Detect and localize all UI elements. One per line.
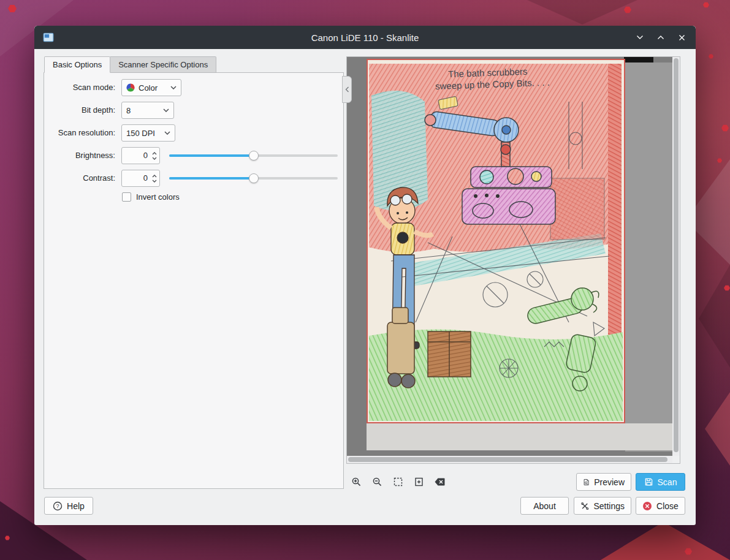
- tab-scanner-specific-options-label: Scanner Specific Options: [118, 60, 208, 69]
- preview-horizontal-scrollbar[interactable]: [347, 456, 672, 463]
- slider-handle[interactable]: [249, 151, 259, 161]
- tab-scanner-specific-options[interactable]: Scanner Specific Options: [110, 56, 216, 73]
- contrast-spin-arrows[interactable]: [150, 170, 159, 186]
- color-wheel-icon: [126, 83, 135, 92]
- clear-selections-button[interactable]: [432, 474, 447, 490]
- window-controls: [634, 26, 687, 49]
- tab-basic-options-label: Basic Options: [53, 60, 102, 69]
- clear-selections-icon: [434, 477, 446, 486]
- zoom-out-icon: [372, 477, 382, 487]
- scan-button[interactable]: Scan: [636, 473, 685, 491]
- scrollbar-corner: [672, 456, 680, 463]
- scanner-bed-bottom: [367, 423, 672, 450]
- help-button-label: Help: [67, 501, 85, 511]
- scanner-bed-edge: [624, 57, 653, 62]
- scan-resolution-value: 150 DPI: [126, 129, 161, 138]
- settings-button[interactable]: Settings: [574, 497, 631, 515]
- help-icon: ?: [53, 501, 63, 511]
- chevron-down-icon: [170, 86, 177, 89]
- scrollbar-thumb[interactable]: [348, 457, 667, 462]
- contrast-row: Contrast: 0: [44, 170, 343, 187]
- brightness-spin-arrows[interactable]: [150, 148, 159, 164]
- scanner-bed-right: [625, 62, 672, 452]
- invert-colors-label: Invert colors: [136, 191, 180, 203]
- close-window-button[interactable]: [676, 32, 687, 43]
- slider-fill: [169, 177, 254, 180]
- preview-toolbar: [348, 474, 447, 490]
- contrast-slider[interactable]: [169, 170, 338, 187]
- chevron-down-icon: [164, 131, 170, 135]
- scan-resolution-label: Scan resolution:: [44, 124, 115, 142]
- skanlite-window: Canon LiDE 110 - Skanlite Bas: [34, 26, 696, 525]
- preview-button[interactable]: Preview: [576, 473, 631, 491]
- preview-button-label: Preview: [594, 477, 625, 487]
- scrollbar-thumb[interactable]: [674, 58, 679, 452]
- bit-depth-label: Bit depth:: [44, 102, 115, 119]
- contrast-value: 0: [122, 170, 150, 186]
- zoom-in-button[interactable]: [348, 474, 364, 490]
- close-circle-icon: [642, 501, 652, 511]
- chevron-down-icon: [163, 108, 169, 112]
- brightness-value: 0: [122, 148, 150, 164]
- scan-mode-value: Color: [139, 83, 167, 93]
- brightness-spinbox[interactable]: 0: [121, 147, 160, 164]
- scanned-image[interactable]: The bath scrubbers sweep up the Copy Bit…: [367, 59, 625, 423]
- spin-up-icon: [152, 152, 157, 155]
- invert-colors-checkbox[interactable]: [122, 192, 131, 202]
- bit-depth-value: 8: [126, 106, 159, 115]
- about-button[interactable]: About: [520, 497, 569, 515]
- maximize-button[interactable]: [655, 32, 666, 43]
- settings-button-label: Settings: [593, 501, 625, 511]
- zoom-fit-icon: [414, 477, 424, 487]
- preview-frame: The bath scrubbers sweep up the Copy Bit…: [346, 56, 680, 464]
- splitter-collapse-handle[interactable]: [342, 76, 352, 103]
- contrast-spinbox[interactable]: 0: [121, 170, 160, 187]
- preview-canvas[interactable]: The bath scrubbers sweep up the Copy Bit…: [347, 57, 672, 456]
- settings-icon: [580, 501, 589, 511]
- chevron-down-icon: [636, 35, 644, 40]
- tab-bar: Basic Options Scanner Specific Options: [44, 56, 216, 73]
- tab-basic-options[interactable]: Basic Options: [44, 56, 110, 73]
- contrast-label: Contrast:: [44, 170, 115, 187]
- brightness-slider[interactable]: [169, 147, 338, 164]
- window-title: Canon LiDE 110 - Skanlite: [34, 32, 696, 43]
- scan-mode-label: Scan mode:: [44, 79, 115, 96]
- scan-resolution-row: Scan resolution: 150 DPI: [44, 124, 343, 142]
- document-preview-icon: [583, 477, 590, 487]
- scan-resolution-select[interactable]: 150 DPI: [121, 124, 175, 142]
- chevron-up-icon: [657, 35, 664, 40]
- scan-mode-select[interactable]: Color: [121, 79, 181, 96]
- close-icon: [679, 34, 685, 41]
- about-button-label: About: [533, 501, 556, 511]
- preview-vertical-scrollbar[interactable]: [672, 57, 680, 456]
- invert-colors-row: Invert colors: [44, 191, 343, 203]
- desktop: Canon LiDE 110 - Skanlite Bas: [0, 0, 730, 560]
- close-button[interactable]: Close: [636, 497, 685, 515]
- zoom-to-selection-button[interactable]: [390, 474, 406, 490]
- chevron-left-icon: [345, 86, 349, 93]
- zoom-in-icon: [351, 477, 362, 487]
- titlebar[interactable]: Canon LiDE 110 - Skanlite: [34, 26, 696, 49]
- spin-down-icon: [152, 180, 157, 183]
- spin-down-icon: [152, 157, 157, 160]
- minimize-button[interactable]: [634, 32, 645, 43]
- brightness-label: Brightness:: [44, 147, 115, 164]
- slider-fill: [169, 154, 254, 157]
- bit-depth-row: Bit depth: 8: [44, 102, 343, 119]
- scan-mode-row: Scan mode: Color: [44, 79, 343, 96]
- save-icon: [644, 477, 653, 486]
- scan-button-label: Scan: [658, 477, 677, 487]
- help-button[interactable]: ? Help: [44, 497, 93, 515]
- basic-options-panel: Scan mode: Color Bit depth: 8: [44, 72, 344, 489]
- zoom-selection-icon: [393, 477, 403, 487]
- spin-up-icon: [152, 175, 157, 178]
- slider-handle[interactable]: [249, 173, 259, 183]
- zoom-to-fit-button[interactable]: [411, 474, 427, 490]
- zoom-out-button[interactable]: [369, 474, 385, 490]
- close-button-label: Close: [656, 501, 679, 511]
- bit-depth-select[interactable]: 8: [121, 102, 174, 119]
- brightness-row: Brightness: 0: [44, 147, 343, 164]
- svg-text:?: ?: [56, 503, 59, 509]
